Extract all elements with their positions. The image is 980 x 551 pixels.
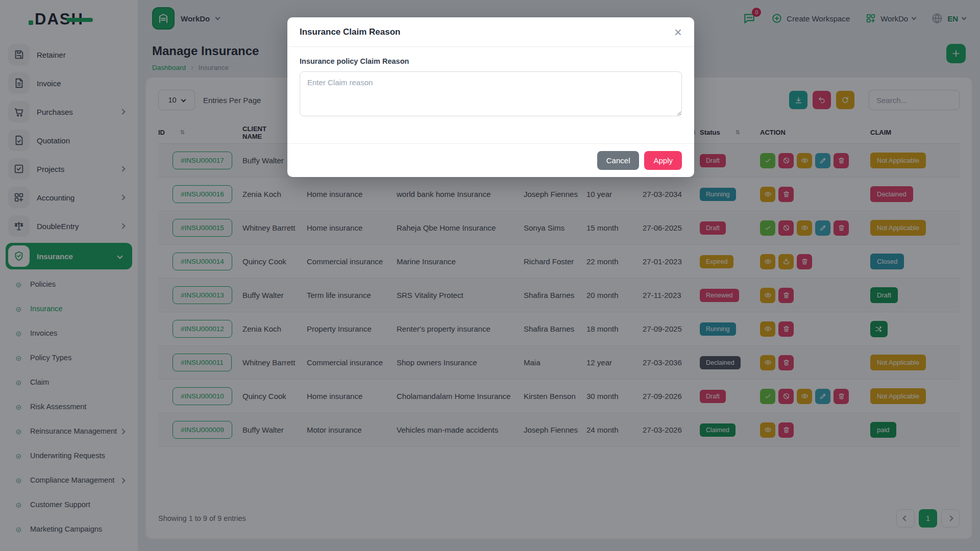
modal-footer: Cancel Apply bbox=[287, 143, 694, 177]
close-icon: × bbox=[674, 24, 682, 40]
app-root: DASH RetainerInvoicePurchasesQuotationPr… bbox=[0, 0, 980, 551]
modal-title: Insurance Claim Reason bbox=[300, 27, 400, 37]
insurance-claim-reason-modal: Insurance Claim Reason × Insurance polic… bbox=[287, 17, 694, 177]
modal-body: Insurance policy Claim Reason bbox=[287, 47, 694, 143]
modal-header: Insurance Claim Reason × bbox=[287, 17, 694, 47]
claim-reason-textarea[interactable] bbox=[300, 71, 682, 116]
claim-reason-label: Insurance policy Claim Reason bbox=[300, 57, 682, 65]
cancel-button[interactable]: Cancel bbox=[597, 151, 640, 170]
modal-close-button[interactable]: × bbox=[674, 26, 682, 39]
apply-button[interactable]: Apply bbox=[644, 151, 682, 170]
